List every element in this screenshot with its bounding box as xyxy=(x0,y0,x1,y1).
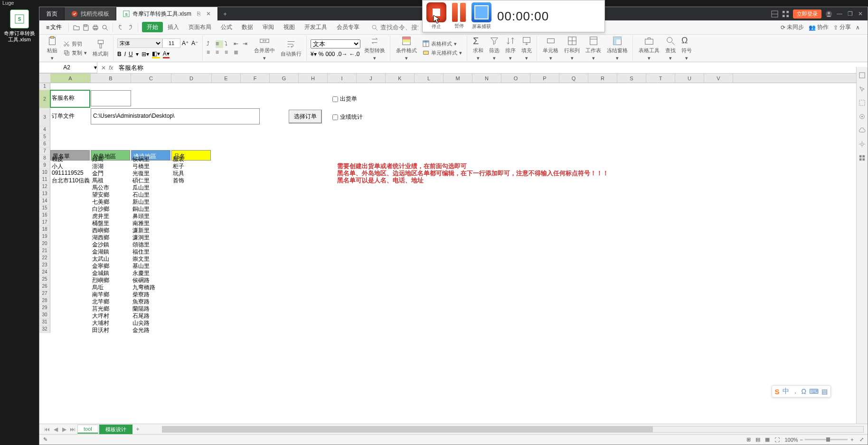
col-header-L[interactable]: L xyxy=(415,74,443,83)
ribbon-tab-0[interactable]: 开始 xyxy=(142,22,163,32)
tab-close-icon[interactable]: ✕ xyxy=(206,10,211,17)
close-button[interactable]: ✕ xyxy=(857,10,864,17)
sidepanel-style-icon[interactable] xyxy=(859,72,866,79)
rowcol-button[interactable]: 行和列▾ xyxy=(562,35,582,62)
merge-center-button[interactable]: 合并居中▾ xyxy=(252,35,277,62)
row-header-27[interactable]: 27 xyxy=(39,290,50,297)
row-header-15[interactable]: 15 xyxy=(39,205,50,212)
row-header-3[interactable]: 3 xyxy=(39,108,50,126)
screen-recorder-toolbar[interactable]: 停止 暂停 屏幕捕获 00:00:00 xyxy=(422,0,605,32)
align-center-icon[interactable]: ≡ xyxy=(216,49,223,57)
select-order-button[interactable]: 选择订单 xyxy=(289,110,322,123)
row-header-13[interactable]: 13 xyxy=(39,190,50,198)
comma-icon[interactable]: 000 xyxy=(325,51,335,57)
row-header-1[interactable]: 1 xyxy=(39,83,50,90)
ribbon-tab-3[interactable]: 公式 xyxy=(216,22,237,32)
tab-add-button[interactable]: ＋ xyxy=(218,7,232,20)
col-header-P[interactable]: P xyxy=(530,74,559,83)
zoom-control[interactable]: 100% − ＋ xyxy=(784,436,855,443)
ime-symbol-button[interactable]: Ω xyxy=(802,388,806,395)
order-file-path-input[interactable]: C:\Users\Administrator\Desktop\ xyxy=(91,108,260,124)
copy-button[interactable]: 复制▾ xyxy=(61,49,89,57)
row-header-19[interactable]: 19 xyxy=(39,233,50,240)
desktop-file-icon[interactable]: S 奇摩订单转换工具.xlsm xyxy=(2,9,37,43)
worksheet-button[interactable]: 工作表▾ xyxy=(584,35,603,62)
ime-toolbar[interactable]: S 中 ， Ω ⌨ ▤ xyxy=(772,385,831,398)
row-header-32[interactable]: 32 xyxy=(39,326,50,333)
paste-button[interactable]: 粘贴▾ xyxy=(45,35,59,62)
sheet-add-button[interactable]: ＋ xyxy=(133,425,142,433)
qat-open-icon[interactable] xyxy=(73,24,80,31)
share-button[interactable]: ⇪ 分享 xyxy=(833,23,851,31)
cell-style-button[interactable]: 单元格样式▾ xyxy=(421,49,464,57)
command-search-input[interactable] xyxy=(380,24,418,31)
col-header-E[interactable]: E xyxy=(212,74,241,83)
font-name-select[interactable]: 宋体 xyxy=(117,38,162,48)
font-color-button[interactable]: A▾ xyxy=(163,50,170,58)
align-left-icon[interactable]: ≡ xyxy=(207,49,214,57)
ime-menu-icon[interactable]: ▤ xyxy=(821,388,828,395)
col-header-I[interactable]: I xyxy=(328,74,357,83)
fx-icon[interactable]: fx xyxy=(109,65,113,71)
col-header-M[interactable]: M xyxy=(443,74,472,83)
row-header-30[interactable]: 30 xyxy=(39,312,50,319)
ime-punct-toggle[interactable]: ， xyxy=(792,387,799,396)
col-header-Q[interactable]: Q xyxy=(559,74,588,83)
name-box[interactable]: ▾ xyxy=(39,62,97,73)
horizontal-scrollbar[interactable] xyxy=(162,426,864,433)
fullscreen-toggle-icon[interactable]: ⤢ xyxy=(859,436,864,443)
indent-inc-icon[interactable]: ⇥ xyxy=(243,40,250,48)
collab-button[interactable]: 👥 协作 xyxy=(809,23,829,31)
apps-icon[interactable] xyxy=(782,10,789,18)
freeze-panes-button[interactable]: 冻结窗格▾ xyxy=(605,35,630,62)
ribbon-collapse-icon[interactable]: ∧ xyxy=(856,24,860,31)
row-header-14[interactable]: 14 xyxy=(39,198,50,205)
ribbon-tab-4[interactable]: 数据 xyxy=(237,22,258,32)
table-tool-button[interactable]: 表格工具▾ xyxy=(637,35,661,62)
avatar-icon[interactable] xyxy=(825,10,832,18)
col-header-B[interactable]: B xyxy=(91,74,131,83)
sidepanel-location-icon[interactable] xyxy=(859,141,866,148)
col-header-O[interactable]: O xyxy=(501,74,530,83)
row-header-7[interactable]: 7 xyxy=(39,148,50,155)
table-style-button[interactable]: 表格样式▾ xyxy=(421,40,464,48)
number-format-select[interactable]: 文本 xyxy=(311,39,360,48)
increase-font-icon[interactable]: A⁺ xyxy=(180,40,190,47)
menu-button[interactable]: ≡ 文件 xyxy=(43,22,65,33)
ribbon-tab-8[interactable]: 会员专享 xyxy=(332,22,364,32)
decrease-font-icon[interactable]: A⁻ xyxy=(190,40,199,47)
view-fullscreen-icon[interactable]: ⛶ xyxy=(774,437,780,443)
row-header-31[interactable]: 31 xyxy=(39,319,50,326)
row-header-21[interactable]: 21 xyxy=(39,247,50,255)
ime-keyboard-icon[interactable]: ⌨ xyxy=(809,388,819,395)
select-all-corner[interactable] xyxy=(39,74,50,83)
row-header-17[interactable]: 17 xyxy=(39,219,50,226)
recorder-stop-button[interactable]: 停止 xyxy=(426,2,446,30)
customer-name-input[interactable] xyxy=(91,90,131,106)
view-normal-icon[interactable]: ⊞ xyxy=(746,436,751,443)
col-header-F[interactable]: F xyxy=(241,74,270,83)
align-right-icon[interactable]: ≡ xyxy=(225,49,232,57)
conditional-format-button[interactable]: 条件格式▾ xyxy=(394,35,419,62)
dec-inc-icon[interactable]: .0→ xyxy=(337,51,347,57)
col-header-R[interactable]: R xyxy=(588,74,617,83)
ribbon-tab-6[interactable]: 视图 xyxy=(279,22,300,32)
qat-preview-icon[interactable] xyxy=(101,24,109,31)
sheet-tab-template[interactable]: 模板设计 xyxy=(99,425,132,434)
col-header-U[interactable]: U xyxy=(675,74,704,83)
row-header-16[interactable]: 16 xyxy=(39,212,50,219)
col-header-V[interactable]: V xyxy=(704,74,733,83)
fill-color-button[interactable]: ◧▾ xyxy=(152,50,160,58)
cell-button[interactable]: 单元格▾ xyxy=(541,35,560,62)
row-header-2[interactable]: 2 xyxy=(39,90,50,108)
align-justify-icon[interactable]: ≣ xyxy=(234,49,241,57)
col-header-A[interactable]: A xyxy=(50,74,91,83)
row-header-20[interactable]: 20 xyxy=(39,240,50,247)
cancel-formula-icon[interactable]: ✕ xyxy=(101,65,106,71)
sum-button[interactable]: Σ求和▾ xyxy=(471,35,485,62)
find-button[interactable]: 查找▾ xyxy=(663,35,678,62)
row-header-4[interactable]: 4 xyxy=(39,126,50,133)
column-headers[interactable]: ABCDEFGHIJKLMNOPQRSTUV xyxy=(50,74,868,83)
sheet-nav-prev[interactable]: ◀ xyxy=(52,426,59,433)
row-header-5[interactable]: 5 xyxy=(39,133,50,141)
